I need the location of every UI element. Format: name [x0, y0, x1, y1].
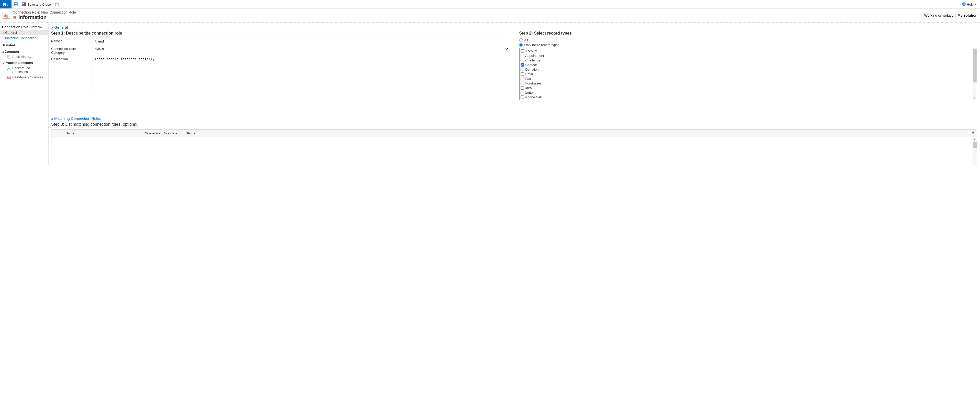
record-type-label: Fundraiser	[525, 81, 541, 85]
record-type-item[interactable]: Contact	[520, 62, 972, 67]
svg-rect-1	[14, 3, 17, 4]
svg-rect-17	[8, 55, 10, 58]
label-description: Description	[51, 56, 89, 91]
record-type-checkbox[interactable]	[520, 96, 524, 99]
svg-point-9	[4, 14, 6, 16]
record-type-item[interactable]: Fax	[520, 76, 972, 81]
help-menu[interactable]: ? Help ▼	[959, 0, 980, 8]
filter-icon	[971, 131, 975, 136]
record-scrollbar[interactable]: ▾	[973, 48, 977, 100]
record-type-item[interactable]: Account	[520, 49, 972, 53]
record-type-checkbox[interactable]	[520, 72, 524, 76]
sidebar-item-audit-history[interactable]: Audit History	[0, 54, 48, 59]
sidebar-item-matching[interactable]: Matching Connection...	[0, 35, 48, 41]
svg-rect-12	[6, 16, 8, 18]
sidebar-item-rt-processes[interactable]: Real-time Processes	[0, 75, 48, 80]
scroll-down-arrow[interactable]: ▾	[973, 96, 977, 100]
scrollbar-thumb[interactable]	[973, 49, 977, 82]
record-type-checkbox[interactable]	[520, 59, 524, 62]
record-type-checkbox[interactable]	[520, 100, 524, 101]
record-type-checkbox[interactable]	[520, 63, 524, 67]
grid-checkbox-column[interactable]	[51, 129, 63, 137]
chevron-down-icon: ▼	[975, 3, 977, 6]
radio-all[interactable]	[519, 38, 523, 42]
record-types-listbox: AccountAppointmentChallengeContactDonati…	[519, 48, 977, 101]
save-and-close-button[interactable]: Save and Close	[20, 0, 53, 8]
solution-indicator: Working on solution: My solution	[924, 13, 977, 18]
record-type-checkbox[interactable]	[520, 49, 524, 53]
record-type-label: Idea	[525, 86, 532, 90]
record-type-checkbox[interactable]	[520, 54, 524, 57]
svg-rect-4	[22, 3, 24, 4]
page-header: Connection Role: New Connection Role Inf…	[0, 9, 980, 22]
grid-col-category[interactable]: Connection Role Cate...	[142, 129, 183, 137]
title-icon	[13, 14, 17, 20]
record-type-label: Fax	[525, 77, 531, 81]
svg-point-14	[15, 16, 16, 18]
section-matching[interactable]: Matching Connection Roles	[51, 116, 101, 122]
file-menu[interactable]: File	[0, 0, 11, 8]
record-type-item[interactable]: Position	[520, 99, 972, 100]
page-title: Information	[18, 14, 46, 20]
help-icon: ?	[962, 2, 966, 6]
svg-point-10	[6, 14, 8, 17]
entity-icon	[3, 12, 10, 19]
radio-only[interactable]	[519, 43, 523, 47]
sidebar-item-general[interactable]: General	[0, 30, 48, 35]
help-label: Help	[967, 3, 974, 6]
svg-rect-11	[4, 16, 6, 17]
step2-title: Step 2: Select record types	[519, 31, 977, 35]
record-type-item[interactable]: Idea	[520, 86, 972, 90]
main-toolbar: File Save and Close ? Help ▼	[0, 0, 980, 9]
scrollbar-thumb[interactable]	[973, 142, 977, 148]
record-type-item[interactable]: Appointment	[520, 53, 972, 58]
record-type-item[interactable]: Fundraiser	[520, 81, 972, 86]
scroll-up-arrow[interactable]: ▴	[973, 137, 977, 141]
record-type-label: Position	[525, 100, 537, 101]
process-icon	[7, 75, 11, 79]
section-general[interactable]: General	[51, 25, 68, 31]
svg-text:?: ?	[963, 3, 965, 5]
svg-rect-6	[56, 3, 59, 6]
category-select[interactable]: Social	[92, 46, 509, 52]
document-icon	[7, 55, 11, 59]
record-type-label: Appointment	[525, 54, 544, 57]
record-type-item[interactable]: Challenge	[520, 58, 972, 62]
svg-rect-2	[14, 5, 17, 6]
record-type-item[interactable]: Donation	[520, 67, 972, 72]
record-type-item[interactable]: Phone Call	[520, 95, 972, 99]
sidebar-item-bg-processes[interactable]: Background Processes	[0, 65, 48, 75]
record-type-checkbox[interactable]	[520, 86, 524, 89]
record-type-checkbox[interactable]	[520, 77, 524, 80]
record-type-item[interactable]: Email	[520, 72, 972, 76]
svg-rect-16	[15, 18, 16, 19]
save-and-close-label: Save and Close	[27, 3, 51, 6]
sidebar-group-process[interactable]: Process Sessions	[0, 59, 48, 65]
save-close-icon	[22, 2, 26, 6]
grid-col-name[interactable]: Name	[63, 129, 142, 137]
gear-refresh-icon	[7, 68, 11, 72]
page-eyebrow: Connection Role: New Connection Role	[13, 10, 924, 14]
sidebar-title: Connection Role : Inform...	[0, 24, 48, 30]
actions-button[interactable]	[53, 0, 61, 8]
record-type-checkbox[interactable]	[520, 81, 524, 85]
record-type-label: Donation	[525, 67, 539, 72]
description-textarea[interactable]	[92, 56, 509, 91]
grid-filter-button[interactable]	[969, 129, 977, 137]
record-type-checkbox[interactable]	[520, 91, 524, 94]
save-icon	[14, 2, 18, 6]
left-nav: Connection Role : Inform... General Matc…	[0, 22, 49, 165]
record-type-checkbox[interactable]	[520, 68, 524, 71]
label-category: Connection Role Category	[51, 46, 89, 54]
svg-point-13	[14, 16, 15, 17]
radio-only-label: Only these record types:	[524, 43, 560, 47]
sidebar-group-common[interactable]: Common	[0, 48, 48, 54]
grid-col-status[interactable]: Status	[183, 129, 220, 137]
name-input[interactable]	[92, 38, 509, 44]
record-type-item[interactable]: Letter	[520, 90, 972, 95]
action-icon	[55, 2, 59, 6]
record-type-label: Contact	[525, 63, 537, 67]
grid-scrollbar[interactable]: ▴	[973, 137, 977, 165]
save-button[interactable]	[11, 0, 20, 8]
grid-body	[51, 137, 973, 165]
